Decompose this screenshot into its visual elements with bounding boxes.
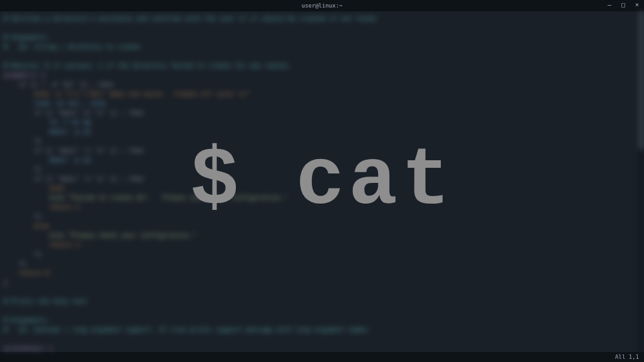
code-line: if [[ "$ans" != "y" ]] ; then: [4, 146, 640, 155]
maximize-button[interactable]: □: [619, 1, 628, 8]
code-line: echo -e "[!] \"$1\" does not exist. Crea…: [4, 89, 640, 99]
close-button[interactable]: ×: [633, 1, 641, 8]
code-line: rm -f $1 &&: [4, 118, 640, 127]
code-line: if [[ ! -d "$1" ]] ; then: [4, 80, 640, 89]
code-line: return 0: [4, 268, 640, 278]
code-line: echo "Please check your configuration.": [4, 231, 640, 240]
code-line: fi: [4, 212, 640, 221]
code-line: # Returns: 0 if success, 1 if the direct…: [4, 61, 640, 70]
code-line: fi: [4, 136, 640, 146]
code-line: [4, 287, 640, 297]
code-line: return 1: [4, 202, 640, 212]
vertical-scrollbar[interactable]: [639, 11, 644, 352]
code-line: mkdir -p $1: [4, 155, 640, 165]
window-controls: – □ ×: [605, 1, 641, 8]
statusbar-right: All 1,1: [615, 354, 639, 360]
code-line: [4, 306, 640, 315]
code-line: fi: [4, 259, 640, 268]
code-line: printhelp() {: [4, 344, 640, 352]
code-line: mkdir -p $1: [4, 127, 640, 136]
scrollbar-thumb[interactable]: [639, 11, 644, 150]
code-line: echo "Failed to create $1!. Please check…: [4, 193, 640, 202]
window-title: user@linux:~: [301, 3, 342, 9]
code-line: fi: [4, 250, 640, 259]
code-line: if [[ "$ans" == "y" ]] ; then: [4, 108, 640, 118]
status-bar: All 1,1: [0, 352, 644, 362]
code-line: # $1: boolean | long argument support. I…: [4, 325, 640, 334]
code-line: # Arguments:: [4, 33, 640, 42]
code-line: # $1: string | directory to create: [4, 42, 640, 52]
code-line: # Arguments:: [4, 315, 640, 325]
code-line: [4, 23, 640, 33]
code-line: [4, 334, 640, 344]
code-line: read -n1 ans ; echo: [4, 99, 640, 108]
code-line: if [[ "$ans" != "y" ]] ; then: [4, 174, 640, 184]
window-titlebar: user@linux:~ – □ ×: [0, 0, 644, 11]
code-line: return 1: [4, 240, 640, 250]
code-line: # Verifies a directory's existence and c…: [4, 14, 640, 23]
code-content[interactable]: # Verifies a directory's existence and c…: [0, 11, 644, 352]
code-line: echo: [4, 184, 640, 193]
code-line: }: [4, 278, 640, 287]
code-line: else: [4, 221, 640, 231]
minimize-button[interactable]: –: [605, 1, 614, 8]
code-line: fi: [4, 165, 640, 174]
code-line: [4, 52, 640, 61]
code-line: # Prints the help text: [4, 297, 640, 306]
editor-viewport: # Verifies a directory's existence and c…: [0, 11, 644, 352]
code-line: prepdir() {: [4, 70, 640, 80]
